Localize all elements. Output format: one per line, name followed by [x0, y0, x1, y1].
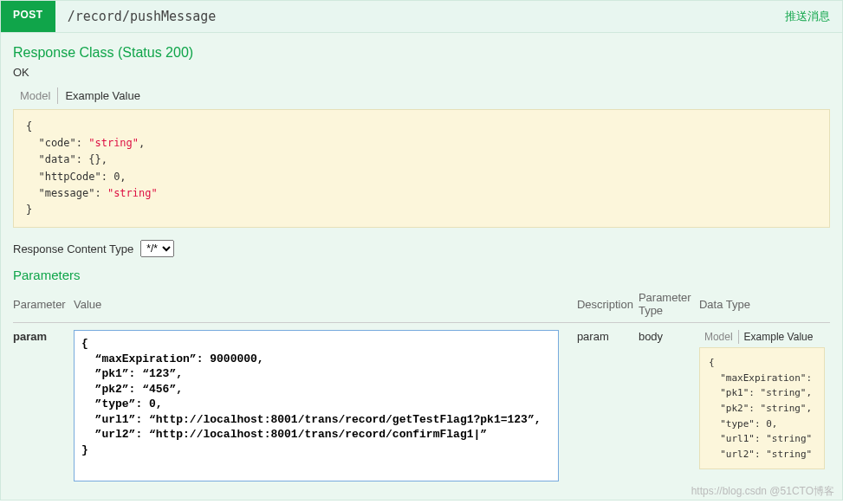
operation-header[interactable]: POST /record/pushMessage 推送消息	[0, 0, 843, 33]
param-value-cell	[74, 323, 577, 485]
response-tabs: Model Example Value	[13, 87, 830, 104]
response-example-code[interactable]: { "code": "string", "data": {}, "httpCod…	[13, 109, 830, 228]
response-content-type-label: Response Content Type	[13, 242, 133, 255]
response-content-type-select[interactable]: */*	[140, 240, 174, 257]
tab-example-value[interactable]: Example Value	[57, 87, 146, 104]
tab-model[interactable]: Model	[13, 87, 57, 104]
response-class-title: Response Class (Status 200)	[13, 45, 830, 61]
data-type-tabs: Model Example Value	[699, 330, 825, 344]
th-data-type: Data Type	[699, 288, 830, 323]
response-status-text: OK	[13, 66, 830, 79]
table-row: param param body Model Example Value { "…	[13, 323, 830, 485]
th-description: Description	[577, 288, 639, 323]
parameters-table: Parameter Value Description Parameter Ty…	[13, 288, 830, 484]
response-content-type-row: Response Content Type */*	[13, 240, 830, 257]
tab-example-value[interactable]: Example Value	[738, 330, 819, 344]
parameters-title: Parameters	[13, 268, 830, 282]
operation-summary: 推送消息	[773, 1, 842, 32]
th-parameter: Parameter	[13, 288, 74, 323]
data-type-example-code[interactable]: { "maxExpiration": "pk1": "string", "pk2…	[699, 347, 825, 469]
parameters-header-row: Parameter Value Description Parameter Ty…	[13, 288, 830, 323]
param-name: param	[13, 323, 74, 485]
param-description: param	[577, 323, 639, 485]
th-value: Value	[74, 288, 577, 323]
operation-path: /record/pushMessage	[55, 1, 773, 32]
param-data-type-cell: Model Example Value { "maxExpiration": "…	[699, 323, 830, 485]
param-body-textarea[interactable]	[74, 330, 559, 481]
th-parameter-type: Parameter Type	[639, 288, 699, 323]
operation-body: Response Class (Status 200) OK Model Exa…	[0, 33, 843, 501]
param-type: body	[639, 323, 699, 485]
http-method-badge: POST	[1, 1, 55, 32]
tab-model[interactable]: Model	[699, 330, 738, 344]
